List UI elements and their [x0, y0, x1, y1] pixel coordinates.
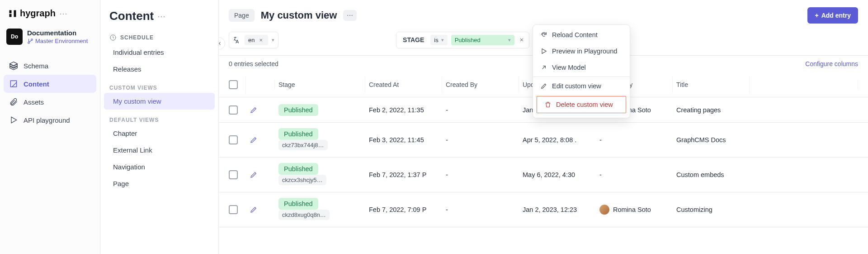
menu-edit-label: Edit custom view — [552, 82, 601, 90]
stage-value: Published — [455, 37, 481, 43]
menu-view-model[interactable]: View Model — [533, 59, 630, 76]
pencil-icon — [540, 82, 547, 90]
clock-icon — [109, 34, 117, 41]
cell-title: GraphCMS Docs — [673, 131, 750, 149]
table-row[interactable]: Published ckz73bx744j8…Feb 3, 2022, 11:4… — [219, 123, 868, 158]
row-checkbox[interactable] — [229, 105, 238, 115]
locale-remove[interactable]: × — [257, 37, 264, 43]
edit-row-button[interactable] — [246, 130, 275, 149]
sidebar-item-chapter[interactable]: Chapter — [104, 125, 215, 142]
nav-assets-label: Assets — [24, 98, 44, 106]
nav-schema[interactable]: Schema — [4, 57, 96, 75]
edit-row-button[interactable] — [246, 165, 275, 184]
default-views-heading: DEFAULT VIEWS — [100, 110, 218, 125]
table-row[interactable]: Published ckzcx3shcjy5…Feb 7, 2022, 1:37… — [219, 158, 868, 192]
pencil-icon — [250, 206, 258, 214]
brand-logo: hygraph — [8, 8, 56, 19]
stage-badge: Published — [278, 163, 318, 175]
row-checkbox[interactable] — [229, 205, 238, 214]
reload-icon — [540, 31, 547, 38]
stage-badge: Published — [278, 128, 318, 140]
project-name: Documentation — [27, 29, 88, 37]
translate-icon — [233, 36, 241, 44]
menu-edit-custom-view[interactable]: Edit custom view — [533, 78, 630, 94]
menu-delete-custom-view[interactable]: Delete custom view — [537, 96, 626, 113]
view-more-button[interactable]: ⋯ — [343, 10, 357, 21]
select-all-checkbox[interactable] — [229, 80, 238, 89]
menu-view-model-label: View Model — [552, 64, 586, 71]
avatar — [599, 205, 609, 215]
menu-reload-content[interactable]: Reload Content — [533, 27, 630, 43]
sidebar-item-individual[interactable]: Individual entries — [104, 44, 215, 61]
col-created-by[interactable]: Created By — [442, 77, 519, 93]
cell-created-at: Feb 2, 2022, 11:35 — [365, 101, 442, 119]
secondary-menu-icon[interactable]: ⋯ — [157, 11, 166, 21]
menu-preview-playground[interactable]: Preview in Playground — [533, 43, 630, 59]
entry-id: ckzcx3shcjy5… — [278, 175, 326, 185]
chevron-down-icon[interactable]: ▾ — [272, 37, 274, 43]
chevron-down-icon[interactable]: ▾ — [508, 37, 511, 43]
stage-filter[interactable]: STAGE is ▾ Published ▾ × — [396, 32, 529, 48]
paperclip-icon — [9, 97, 18, 106]
edit-icon — [9, 79, 18, 88]
cell-updated-at: Apr 5, 2022, 8:08 . — [519, 131, 596, 149]
locale-value: en — [248, 37, 255, 43]
menu-reload-label: Reload Content — [552, 31, 598, 38]
entry-id: ckzd8xug0q8n… — [278, 210, 330, 220]
menu-preview-label: Preview in Playground — [552, 48, 617, 55]
cell-created-by: - — [442, 101, 519, 119]
sidebar-item-page[interactable]: Page — [104, 175, 215, 192]
nav-content[interactable]: Content — [4, 75, 96, 93]
edit-row-button[interactable] — [246, 200, 275, 219]
stage-badge: Published — [278, 198, 318, 210]
cell-title: Custom embeds — [673, 166, 750, 184]
row-checkbox[interactable] — [229, 170, 238, 179]
layers-icon — [9, 61, 18, 70]
cell-updated-at: May 6, 2022, 4:30 — [519, 166, 596, 184]
locale-filter[interactable]: en × ▾ — [229, 32, 278, 48]
sidebar-item-navigation[interactable]: Navigation — [104, 158, 215, 175]
cell-title: Creating pages — [673, 101, 750, 119]
table-row[interactable]: Published ckzd8xug0q8n…Feb 7, 2022, 7:09… — [219, 192, 868, 227]
stage-remove[interactable]: × — [518, 36, 525, 43]
pencil-icon — [250, 136, 258, 144]
sidebar-item-releases[interactable]: Releases — [104, 61, 215, 77]
view-title: My custom view — [261, 10, 337, 21]
trash-icon — [544, 101, 552, 108]
nav-api-playground[interactable]: API playground — [4, 111, 96, 129]
pencil-icon — [250, 106, 258, 114]
dots-icon: ⋯ — [347, 12, 353, 19]
brand-menu-icon[interactable]: ⋯ — [59, 9, 68, 19]
cell-created-at: Feb 7, 2022, 7:09 P — [365, 201, 442, 219]
col-title[interactable]: Title — [673, 77, 750, 93]
pencil-icon — [250, 171, 258, 179]
environment-label: Master Environment — [27, 38, 88, 44]
stage-filter-label: STAGE — [400, 36, 427, 43]
nav-assets[interactable]: Assets — [4, 93, 96, 111]
cell-created-by: - — [442, 201, 519, 219]
sidebar-item-external-link[interactable]: External Link — [104, 142, 215, 158]
cell-title: Customizing — [673, 201, 750, 219]
selection-count: 0 entries selected — [229, 60, 278, 67]
play-icon — [9, 115, 18, 125]
col-stage[interactable]: Stage — [275, 77, 365, 93]
chevrons-left-icon — [219, 40, 222, 47]
chevron-down-icon[interactable]: ▾ — [441, 37, 444, 43]
cell-created-at: Feb 3, 2022, 11:45 — [365, 131, 442, 149]
configure-columns-link[interactable]: Configure columns — [805, 60, 858, 67]
cell-updated-at: Jan 2, 2023, 12:23 — [519, 201, 596, 219]
edit-row-button[interactable] — [246, 101, 275, 120]
stage-badge: Published — [278, 104, 318, 116]
sidebar-item-my-custom-view[interactable]: My custom view — [104, 93, 215, 110]
view-actions-dropdown: Reload Content Preview in Playground Vie… — [533, 24, 630, 118]
play-outline-icon — [540, 48, 547, 55]
project-selector[interactable]: Do Documentation Master Environment — [0, 25, 100, 53]
environment-text: Master Environment — [35, 38, 88, 44]
row-checkbox[interactable] — [229, 135, 238, 144]
add-entry-button[interactable]: + Add entry — [807, 7, 858, 24]
add-entry-label: Add entry — [821, 12, 851, 19]
nav-schema-label: Schema — [24, 62, 48, 70]
model-chip[interactable]: Page — [229, 9, 255, 22]
nav-api-label: API playground — [24, 116, 70, 124]
col-created-at[interactable]: Created At — [365, 77, 442, 93]
